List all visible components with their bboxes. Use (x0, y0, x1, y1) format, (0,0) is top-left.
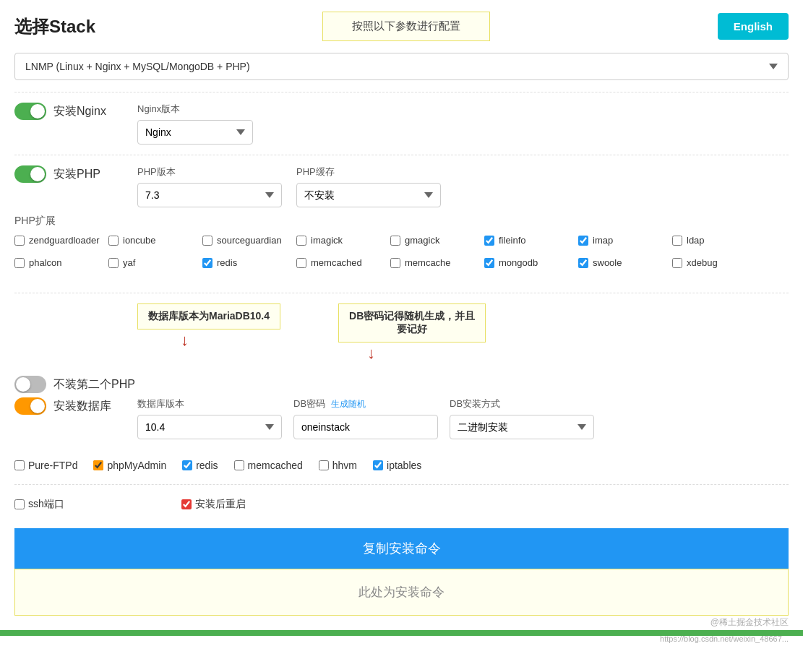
nginx-toggle-group: 安装Nginx (14, 103, 130, 120)
nginx-section: 安装Nginx Nginx版本 Nginx (14, 92, 789, 155)
ext-yaf-label: yaf (123, 257, 135, 268)
ext-sourceguardian-label: sourceguardian (217, 235, 282, 246)
extensions-grid: zendguardloader ioncube sourceguardian i… (14, 235, 789, 275)
ext-memcached-label: memcached (311, 257, 362, 268)
ext-imap-checkbox[interactable] (578, 236, 588, 246)
php-toggle-knob (30, 167, 45, 181)
php-toggle-group: 安装PHP (14, 165, 130, 183)
watermark-1: @稀土掘金技术社区 (710, 616, 789, 629)
php-version-select[interactable]: 7.3 (137, 183, 282, 207)
second-php-db-section: 数据库版本为MariaDB10.4 ↓ DB密码记得随机生成，并且要记好 ↓ (14, 293, 789, 449)
ext-xdebug: xdebug (672, 257, 766, 268)
check-redis: redis (182, 460, 218, 471)
db-fields: 数据库版本 10.4 DB密码 生成随机 DB安装方式 (137, 397, 594, 439)
ext-phalcon-checkbox[interactable] (14, 258, 25, 268)
extensions-section: PHP扩展 zendguardloader ioncube sourceguar… (14, 207, 789, 283)
extensions-title: PHP扩展 (14, 215, 789, 228)
ext-swoole-checkbox[interactable] (578, 258, 588, 268)
nginx-toggle-knob (30, 104, 45, 119)
ext-mongodb: mongodb (484, 257, 578, 268)
check-iptables-label: iptables (387, 460, 421, 471)
ext-fileinfo-checkbox[interactable] (484, 236, 494, 246)
check-phpmyadmin-input[interactable] (93, 460, 103, 470)
ext-xdebug-label: xdebug (687, 257, 718, 268)
check-pure-ftpd: Pure-FTPd (14, 460, 77, 471)
ext-gmagick: gmagick (390, 235, 484, 246)
db-password-input[interactable] (293, 415, 438, 439)
db-version-arrow-icon: ↓ (181, 331, 189, 349)
english-button[interactable]: English (718, 13, 789, 40)
php-cache-group: PHP缓存 不安装 (296, 165, 441, 207)
ext-yaf: yaf (108, 257, 202, 268)
ext-ldap-checkbox[interactable] (672, 236, 682, 246)
db-toggle-track (14, 397, 46, 415)
check-ssh-port-input[interactable] (14, 499, 25, 509)
check-pure-ftpd-label: Pure-FTPd (28, 460, 77, 471)
second-php-label: 不装第二个PHP (53, 377, 135, 392)
db-label: 安装数据库 (53, 399, 111, 414)
ext-memcached-checkbox[interactable] (296, 258, 306, 268)
ext-ldap: ldap (672, 235, 766, 246)
header-notice: 按照以下参数进行配置 (322, 12, 490, 41)
ext-fileinfo: fileinfo (484, 235, 578, 246)
ext-memcache-label: memcache (405, 257, 451, 268)
ext-gmagick-checkbox[interactable] (390, 236, 400, 246)
db-install-select[interactable]: 二进制安装 (450, 415, 594, 439)
check-memcached-input[interactable] (234, 460, 244, 470)
ext-redis-checkbox[interactable] (202, 258, 212, 268)
copy-install-command-button[interactable]: 复制安装命令 (14, 528, 789, 569)
stack-selector: LNMP (Linux + Nginx + MySQL/MongoDB + PH… (14, 53, 789, 80)
stack-select[interactable]: LNMP (Linux + Nginx + MySQL/MongoDB + PH… (14, 53, 789, 80)
ext-fileinfo-label: fileinfo (499, 235, 526, 246)
db-password-label-row: DB密码 生成随机 (293, 397, 438, 410)
db-version-group: 数据库版本 10.4 (137, 397, 282, 439)
ext-redis-label: redis (217, 257, 237, 268)
check-install-restart-label: 安装后重启 (195, 498, 246, 511)
php-toggle-track (14, 165, 46, 183)
ext-xdebug-checkbox[interactable] (672, 258, 682, 268)
ext-mongodb-label: mongodb (499, 257, 538, 268)
nginx-toggle[interactable] (14, 103, 46, 120)
check-redis-label: redis (196, 460, 218, 471)
ext-zendguardloader-checkbox[interactable] (14, 236, 25, 246)
check-install-restart: 安装后重启 (181, 498, 246, 511)
check-pure-ftpd-input[interactable] (14, 460, 25, 470)
ext-yaf-checkbox[interactable] (108, 258, 119, 268)
second-php-toggle[interactable] (14, 376, 46, 393)
php-toggle[interactable] (14, 165, 46, 183)
nginx-version-select[interactable]: Nginx (137, 120, 253, 145)
php-fields: PHP版本 7.3 PHP缓存 不安装 (137, 165, 441, 207)
db-password-group: DB密码 生成随机 (293, 397, 438, 439)
extras-row-1: Pure-FTPd phpMyAdmin redis memcached hhv… (14, 449, 789, 481)
ext-mongodb-checkbox[interactable] (484, 258, 494, 268)
generate-random-link[interactable]: 生成随机 (331, 398, 366, 410)
db-toggle[interactable] (14, 397, 46, 415)
page-title: 选择Stack (14, 15, 95, 38)
command-box: 此处为安装命令 (14, 569, 789, 616)
ext-memcached: memcached (296, 257, 390, 268)
db-version-select[interactable]: 10.4 (137, 415, 282, 439)
db-toggle-knob (30, 399, 45, 413)
ext-imagick-checkbox[interactable] (296, 236, 306, 246)
ext-phalcon: phalcon (14, 257, 108, 268)
header: 选择Stack 按照以下参数进行配置 English (0, 0, 803, 53)
check-install-restart-input[interactable] (181, 499, 192, 509)
nginx-toggle-track (14, 103, 46, 120)
ext-ioncube: ioncube (108, 235, 202, 246)
second-php-toggle-knob (16, 377, 30, 392)
ext-phalcon-label: phalcon (29, 257, 62, 268)
ext-ioncube-checkbox[interactable] (108, 236, 119, 246)
check-redis-input[interactable] (182, 460, 192, 470)
php-version-label: PHP版本 (137, 165, 282, 178)
db-toggle-row: 安装数据库 数据库版本 10.4 DB密码 生成随机 (14, 397, 789, 439)
php-section: 安装PHP PHP版本 7.3 PHP缓存 不安装 (14, 155, 789, 293)
ext-memcache-checkbox[interactable] (390, 258, 400, 268)
watermark-2: https://blog.csdn.net/weixin_48667... (660, 634, 789, 643)
check-iptables-input[interactable] (373, 460, 383, 470)
db-password-tooltip: DB密码记得随机生成，并且要记好 (338, 303, 486, 343)
ext-sourceguardian-checkbox[interactable] (202, 236, 212, 246)
check-hhvm-input[interactable] (319, 460, 329, 470)
ext-swoole-label: swoole (593, 257, 622, 268)
php-cache-select[interactable]: 不安装 (296, 183, 441, 207)
ext-zendguardloader-label: zendguardloader (29, 235, 100, 246)
